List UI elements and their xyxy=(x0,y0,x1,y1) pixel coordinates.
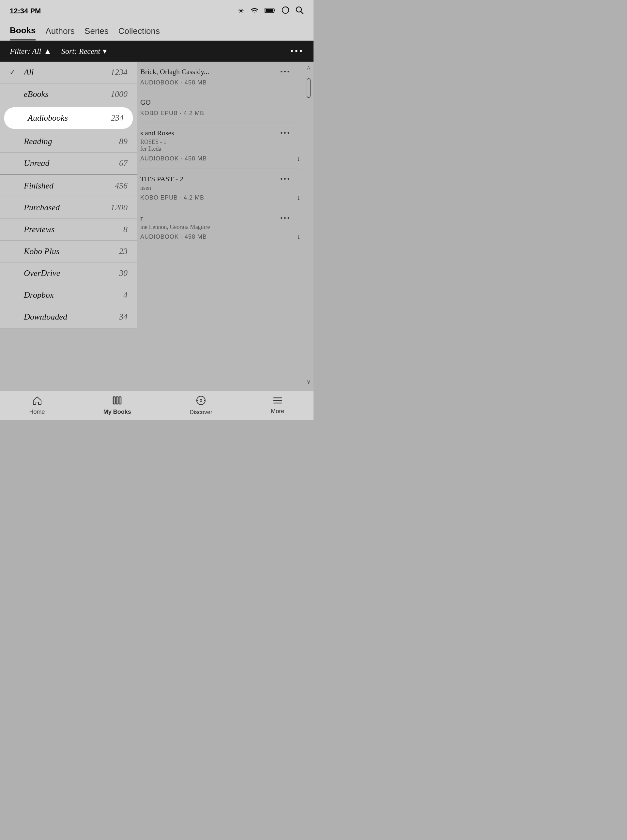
checkmark-icon: ✓ xyxy=(9,68,17,77)
filter-option-previews[interactable]: Previews 8 xyxy=(0,219,137,241)
filter-option-count: 67 xyxy=(119,159,128,168)
book-title: r xyxy=(140,214,280,222)
filter-bar: Filter: All ▲ Sort: Recent ▾ ••• xyxy=(0,41,314,61)
sync-icon xyxy=(282,6,289,16)
filter-option-count: 8 xyxy=(123,225,128,234)
book-title: Brick, Orlagh Cassidy... xyxy=(140,68,280,76)
scroll-down-button[interactable]: v xyxy=(307,378,310,385)
svg-rect-2 xyxy=(274,9,275,11)
svg-rect-6 xyxy=(113,397,115,404)
filter-option-label: Dropbox xyxy=(24,290,54,300)
book-format-label: AUDIOBOOK · 458 MB xyxy=(140,155,207,162)
filter-option-count: 30 xyxy=(119,268,128,278)
filter-option-label: OverDrive xyxy=(24,268,60,278)
filter-label: Filter: All xyxy=(10,47,41,56)
book-item-top: r ine Lennon, Georgia Maguire ••• xyxy=(140,214,301,231)
dropdown-item-left: OverDrive xyxy=(9,268,60,278)
status-bar: 12:34 PM ☀ xyxy=(0,0,314,20)
download-button[interactable]: ↓ xyxy=(297,233,301,241)
filter-option-label: Purchased xyxy=(24,203,60,212)
dropdown-item-left: Finished xyxy=(9,181,54,191)
book-more-button[interactable]: ••• xyxy=(280,68,291,76)
book-item: s and Roses ROSES - 1 fer Ikeda ••• AUDI… xyxy=(140,123,301,169)
book-more-button[interactable]: ••• xyxy=(280,214,291,222)
book-title: s and Roses xyxy=(140,129,280,137)
search-icon[interactable] xyxy=(295,6,304,16)
filter-option-downloaded[interactable]: Downloaded 34 xyxy=(0,306,137,328)
nav-my-books[interactable]: My Books xyxy=(103,396,131,415)
filter-option-purchased[interactable]: Purchased 1200 xyxy=(0,197,137,219)
book-more-button[interactable]: ••• xyxy=(280,129,291,137)
filter-option-count: 234 xyxy=(111,113,124,123)
filter-option-ebooks[interactable]: eBooks 1000 xyxy=(0,83,137,105)
book-info: Brick, Orlagh Cassidy... xyxy=(140,68,280,77)
home-icon xyxy=(32,396,42,407)
more-options-button[interactable]: ••• xyxy=(290,46,304,57)
filter-option-unread[interactable]: Unread 67 xyxy=(0,153,137,175)
filter-option-label: Kobo Plus xyxy=(24,247,59,256)
book-format-label: KOBO EPUB · 4.2 MB xyxy=(140,110,204,117)
book-item-top: TH'S PAST - 2 nsen ••• xyxy=(140,175,301,192)
book-item: Brick, Orlagh Cassidy... ••• AUDIOBOOK ·… xyxy=(140,61,301,92)
filter-caret-icon: ▲ xyxy=(44,47,52,56)
tab-books[interactable]: Books xyxy=(10,25,36,41)
battery-icon xyxy=(265,7,276,15)
nav-discover[interactable]: Discover xyxy=(189,396,213,416)
book-subtitle: ROSES - 1 xyxy=(140,138,280,145)
wifi-icon xyxy=(250,6,259,16)
filter-option-label: Downloaded xyxy=(24,312,67,322)
my-books-icon xyxy=(112,396,122,407)
nav-tabs: Books Authors Series Collections xyxy=(0,20,314,41)
nav-my-books-label: My Books xyxy=(103,409,131,415)
filter-option-count: 34 xyxy=(119,312,128,322)
book-info: s and Roses ROSES - 1 fer Ikeda xyxy=(140,129,280,152)
svg-line-5 xyxy=(301,11,303,14)
bottom-nav: Home My Books Discover xyxy=(0,391,314,420)
status-time: 12:34 PM xyxy=(10,7,41,15)
filter-option-count: 1234 xyxy=(110,68,128,77)
filter-option-label: Unread xyxy=(24,159,49,168)
filter-option-audiobooks[interactable]: Audiobooks 234 xyxy=(4,107,133,129)
book-more-button[interactable]: ••• xyxy=(280,175,291,183)
book-author: nsen xyxy=(140,184,280,192)
sort-caret-icon: ▾ xyxy=(103,47,107,56)
filter-option-label: Finished xyxy=(24,181,54,191)
status-icons: ☀ xyxy=(238,6,304,16)
nav-home[interactable]: Home xyxy=(29,396,45,415)
book-info: r ine Lennon, Georgia Maguire xyxy=(140,214,280,231)
filter-option-label: Reading xyxy=(24,137,52,146)
filter-option-count: 1000 xyxy=(110,89,128,99)
filter-option-dropbox[interactable]: Dropbox 4 xyxy=(0,284,137,306)
filter-dropdown: ✓ All 1234 eBooks 1000 Audiobooks 234 xyxy=(0,61,137,328)
filter-option-label: eBooks xyxy=(24,89,48,99)
filter-button[interactable]: Filter: All ▲ xyxy=(10,47,52,56)
filter-option-label: Audiobooks xyxy=(28,113,68,123)
book-format-label: KOBO EPUB · 4.2 MB xyxy=(140,194,204,201)
dropdown-item-left: Kobo Plus xyxy=(9,247,59,256)
filter-option-overdrive[interactable]: OverDrive 30 xyxy=(0,263,137,284)
tab-collections[interactable]: Collections xyxy=(118,26,160,40)
book-item-top: Brick, Orlagh Cassidy... ••• xyxy=(140,68,301,77)
filter-option-reading[interactable]: Reading 89 xyxy=(0,131,137,153)
book-meta: AUDIOBOOK · 458 MB ↓ xyxy=(140,154,301,163)
book-format-label: AUDIOBOOK · 458 MB xyxy=(140,79,207,86)
download-button[interactable]: ↓ xyxy=(297,154,301,163)
filter-option-finished[interactable]: Finished 456 xyxy=(0,175,137,197)
book-item: r ine Lennon, Georgia Maguire ••• AUDIOB… xyxy=(140,208,301,247)
tab-authors[interactable]: Authors xyxy=(45,26,75,40)
scroll-up-button[interactable]: ^ xyxy=(307,65,310,72)
sort-button[interactable]: Sort: Recent ▾ xyxy=(61,47,107,56)
tab-series[interactable]: Series xyxy=(85,26,109,40)
dropdown-item-left: Unread xyxy=(9,159,49,168)
scroll-thumb[interactable] xyxy=(307,78,310,98)
filter-option-all[interactable]: ✓ All 1234 xyxy=(0,61,137,83)
filter-option-count: 456 xyxy=(115,181,128,191)
download-button[interactable]: ↓ xyxy=(297,193,301,202)
svg-point-9 xyxy=(197,396,205,405)
nav-more[interactable]: More xyxy=(271,396,284,415)
scrollbar[interactable]: ^ v xyxy=(304,61,314,392)
discover-icon xyxy=(196,396,206,407)
book-info: GO xyxy=(140,98,291,108)
filter-option-kobo-plus[interactable]: Kobo Plus 23 xyxy=(0,241,137,263)
book-item: TH'S PAST - 2 nsen ••• KOBO EPUB · 4.2 M… xyxy=(140,169,301,208)
